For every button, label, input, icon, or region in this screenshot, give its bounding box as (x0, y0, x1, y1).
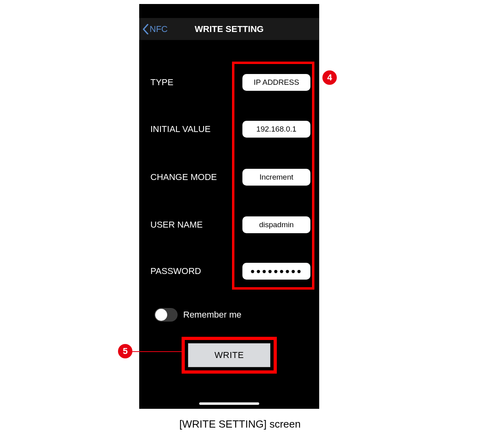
change-mode-field[interactable]: Increment (242, 169, 310, 186)
toggle-knob (155, 309, 167, 321)
row-initial-value: INITIAL VALUE 192.168.0.1 (139, 121, 319, 138)
row-remember-me: Remember me (139, 308, 319, 322)
user-name-field[interactable]: dispadmin (242, 216, 310, 233)
navbar: NFC WRITE SETTING (139, 18, 319, 40)
label-password: PASSWORD (139, 266, 242, 276)
remember-me-label: Remember me (183, 310, 241, 320)
row-user-name: USER NAME dispadmin (139, 216, 319, 233)
type-field[interactable]: IP ADDRESS (242, 74, 310, 91)
label-change-mode: CHANGE MODE (139, 172, 242, 182)
row-change-mode: CHANGE MODE Increment (139, 169, 319, 186)
home-indicator (199, 402, 259, 405)
row-type: TYPE IP ADDRESS (139, 74, 319, 91)
label-user-name: USER NAME (139, 220, 242, 230)
label-initial-value: INITIAL VALUE (139, 124, 242, 134)
remember-me-toggle[interactable] (154, 308, 178, 322)
initial-value-field[interactable]: 192.168.0.1 (242, 121, 310, 138)
label-type: TYPE (139, 77, 242, 88)
write-button[interactable]: WRITE (188, 343, 270, 367)
phone-screen: NFC WRITE SETTING TYPE IP ADDRESS INITIA… (139, 4, 319, 409)
back-label: NFC (150, 24, 168, 34)
callout-badge-5: 5 (118, 344, 132, 358)
callout-badge-4: 4 (322, 70, 337, 85)
back-button[interactable]: NFC (139, 24, 168, 34)
callout-leader-5 (132, 351, 182, 352)
figure-caption: [WRITE SETTING] screen (0, 418, 480, 430)
password-field[interactable]: ●●●●●●●●● (242, 263, 310, 280)
row-password: PASSWORD ●●●●●●●●● (139, 263, 319, 280)
chevron-left-icon (142, 24, 149, 34)
